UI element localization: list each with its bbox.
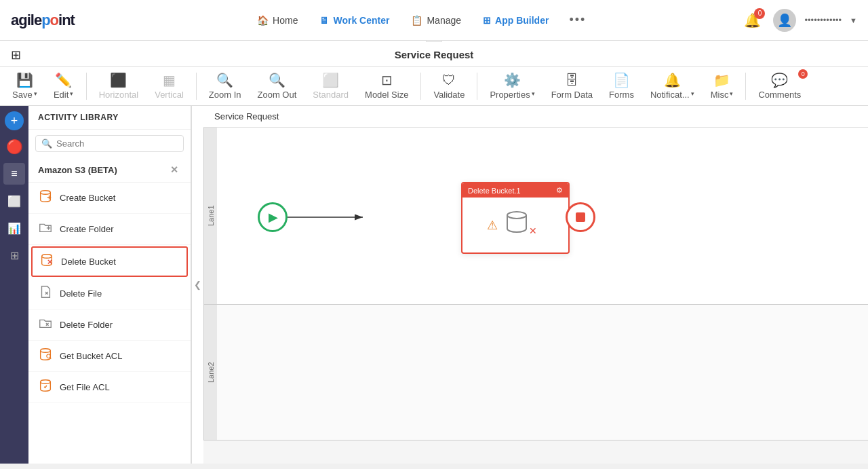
zoom-out-label: Zoom Out xyxy=(258,90,297,100)
node-warning-icon: ⚠ xyxy=(487,218,498,233)
svg-point-0 xyxy=(41,191,51,195)
vertical-icon: ▦ xyxy=(163,72,176,88)
misc-button[interactable]: 📁 Misc ▾ xyxy=(704,69,741,102)
section-close-button[interactable]: ✕ xyxy=(167,163,181,176)
zoom-in-label: Zoom In xyxy=(209,90,241,100)
nav-manage[interactable]: 📋 Manage xyxy=(401,10,471,31)
library-section-header[interactable]: Amazon S3 (BETA) ✕ xyxy=(28,157,191,183)
logo[interactable]: agilepoint xyxy=(11,12,75,29)
svg-point-15 xyxy=(41,380,51,384)
properties-arrow: ▾ xyxy=(532,90,535,97)
node-gear-icon[interactable]: ⚙ xyxy=(556,186,563,195)
sub-header: ▲ ⊞ Service Request xyxy=(0,41,868,67)
library-item-label: Create Folder xyxy=(60,224,113,234)
folder-create-icon xyxy=(38,220,53,238)
workcenter-icon: 🖥 xyxy=(319,15,329,26)
lane-1-content: ▶ Delete Bucket.1 ⚙ ⚠ xyxy=(217,128,868,304)
main-layout: + 🔴 ≡ ⬜ 📊 ⊞ ACTIVITY LIBRARY 🔍 Amazon S3… xyxy=(0,106,868,464)
edit-arrow: ▾ xyxy=(70,90,73,97)
end-node[interactable] xyxy=(566,202,595,232)
grid-icon[interactable]: ⊞ xyxy=(11,48,21,62)
zoom-out-icon: 🔍 xyxy=(269,72,285,88)
svg-point-5 xyxy=(42,255,52,259)
search-input[interactable] xyxy=(56,138,178,149)
notifications-tool-button[interactable]: 🔔 Notificat... ▾ xyxy=(644,69,701,102)
stop-icon xyxy=(576,212,585,222)
model-size-button[interactable]: ⊡ Model Size xyxy=(358,69,415,102)
nav-more-button[interactable]: ••• xyxy=(561,7,594,33)
form-data-icon: 🗄 xyxy=(565,73,578,88)
list-item[interactable]: Create Folder xyxy=(28,214,191,245)
horizontal-button[interactable]: ⬛ Horizontal xyxy=(92,69,146,102)
list-item[interactable]: Get Bucket ACL xyxy=(28,341,191,372)
standard-button[interactable]: ⬜ Standard xyxy=(306,69,355,102)
layers-icon[interactable]: ≡ xyxy=(3,163,25,185)
activity-library-title: ACTIVITY LIBRARY xyxy=(38,113,119,122)
nav-appbuilder[interactable]: ⊞ App Builder xyxy=(473,10,558,31)
table-icon[interactable]: ⊞ xyxy=(3,244,25,266)
delete-bucket-node[interactable]: Delete Bucket.1 ⚙ ⚠ xyxy=(461,182,570,254)
nav-manage-label: Manage xyxy=(427,15,461,26)
page-title: Service Request xyxy=(395,43,474,66)
toolbar: 💾 Save ▾ ✏️ Edit ▾ ⬛ Horizontal ▦ Vertic… xyxy=(0,67,868,106)
notifications-tool-icon: 🔔 xyxy=(664,72,681,88)
misc-arrow: ▾ xyxy=(730,90,733,97)
form-data-button[interactable]: 🗄 Form Data xyxy=(545,70,599,102)
model-size-label: Model Size xyxy=(365,90,408,100)
save-button[interactable]: 💾 Save ▾ xyxy=(5,69,44,102)
shapes-icon[interactable]: ⬜ xyxy=(3,190,25,212)
workflow-canvas: ▶ Delete Bucket.1 ⚙ ⚠ xyxy=(231,141,854,290)
list-item[interactable]: Delete Bucket xyxy=(31,246,188,277)
validate-label: Validate xyxy=(433,90,465,100)
zoom-out-button[interactable]: 🔍 Zoom Out xyxy=(251,69,304,102)
canvas-area[interactable]: Service Request Lane1 xyxy=(203,106,868,464)
appbuilder-icon: ⊞ xyxy=(483,15,491,26)
toolbar-separator-2 xyxy=(196,73,197,100)
add-activity-button[interactable]: + xyxy=(5,111,24,130)
nav-home[interactable]: 🏠 Home xyxy=(248,10,307,31)
bucket-create-icon xyxy=(38,189,53,207)
validate-icon: 🛡 xyxy=(442,73,456,88)
list-item[interactable]: Delete File xyxy=(28,278,191,309)
comments-icon: 💬 xyxy=(771,72,788,88)
library-item-label: Get File ACL xyxy=(60,382,110,392)
misc-label: Misc xyxy=(711,90,729,100)
edit-button[interactable]: ✏️ Edit ▾ xyxy=(47,69,81,102)
notifications-button[interactable]: 🔔 0 xyxy=(740,8,765,33)
panel-collapse-button[interactable]: ❮ xyxy=(191,106,203,464)
validate-button[interactable]: 🛡 Validate xyxy=(427,70,471,102)
list-item[interactable]: Delete Folder xyxy=(28,309,191,341)
library-items: Create Bucket Create Folder xyxy=(28,183,191,464)
properties-button[interactable]: ⚙️ Properties ▾ xyxy=(483,69,541,102)
vertical-label: Vertical xyxy=(155,90,184,100)
list-item[interactable]: Get File ACL xyxy=(28,372,191,403)
start-node[interactable]: ▶ xyxy=(258,202,288,232)
db-icon[interactable]: 📊 xyxy=(3,217,25,239)
templates-icon[interactable]: 🔴 xyxy=(3,136,25,157)
node-title: Delete Bucket.1 xyxy=(468,187,521,195)
nav-workcenter[interactable]: 🖥 Work Center xyxy=(310,10,399,31)
toolbar-separator-4 xyxy=(477,73,477,100)
forms-button[interactable]: 📄 Forms xyxy=(602,69,641,102)
forms-label: Forms xyxy=(609,90,634,100)
nav-appbuilder-label: App Builder xyxy=(495,15,549,26)
vertical-button[interactable]: ▦ Vertical xyxy=(148,69,191,102)
horizontal-label: Horizontal xyxy=(99,90,139,100)
edit-icon: ✏️ xyxy=(55,72,72,88)
list-item[interactable]: Create Bucket xyxy=(28,183,191,214)
search-box[interactable]: 🔍 xyxy=(35,135,184,152)
standard-label: Standard xyxy=(313,90,349,100)
lane-2: Lane2 xyxy=(203,305,868,440)
manage-icon: 📋 xyxy=(411,15,422,26)
comments-button[interactable]: 💬 Comments 0 xyxy=(751,69,808,102)
zoom-in-button[interactable]: 🔍 Zoom In xyxy=(202,69,248,102)
user-dropdown-icon[interactable]: ▼ xyxy=(850,16,857,24)
user-name[interactable]: •••••••••••• xyxy=(804,15,842,25)
comments-badge: 0 xyxy=(798,69,808,79)
nav-right: 🔔 0 👤 •••••••••••• ▼ xyxy=(740,8,857,33)
library-item-label: Delete Folder xyxy=(60,320,113,330)
toolbar-separator-5 xyxy=(745,73,746,100)
edit-label: Edit xyxy=(54,90,68,100)
user-avatar[interactable]: 👤 xyxy=(773,9,796,32)
nav-items: 🏠 Home 🖥 Work Center 📋 Manage ⊞ App Buil… xyxy=(102,7,741,33)
